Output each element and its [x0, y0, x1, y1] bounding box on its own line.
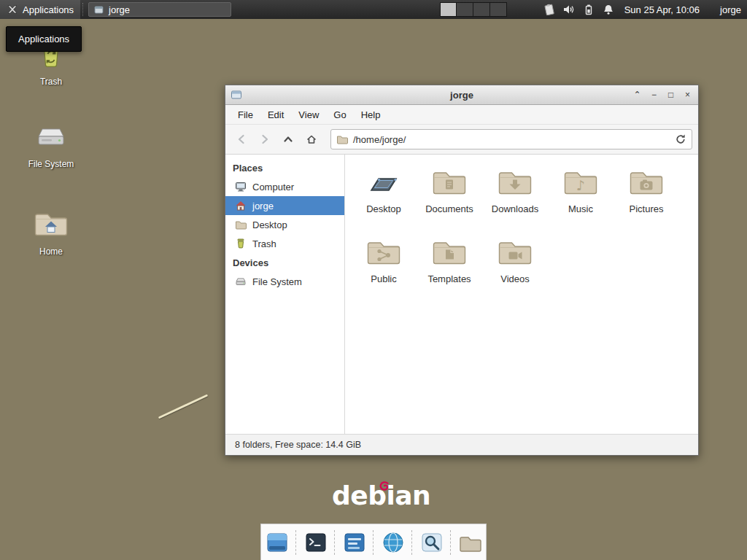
- taskbar-window-label: jorge: [109, 4, 130, 15]
- file-downloads[interactable]: Downloads: [482, 165, 548, 235]
- folder-icon: [336, 133, 348, 145]
- dock-app-finder-button[interactable]: [416, 527, 447, 558]
- file-label: Public: [371, 273, 396, 284]
- volume-tray-button[interactable]: [562, 2, 576, 17]
- menubar: File Edit View Go Help: [225, 105, 698, 125]
- maximize-button[interactable]: □: [665, 89, 676, 101]
- panel-user-label[interactable]: jorge: [720, 4, 741, 15]
- sidebar-item-file-system[interactable]: File System: [225, 272, 344, 291]
- menu-view[interactable]: View: [291, 106, 326, 123]
- close-button[interactable]: ×: [682, 89, 693, 101]
- toolbar: /home/jorge/: [225, 125, 698, 155]
- sidebar-item-computer[interactable]: Computer: [225, 177, 344, 196]
- wallpaper-pencil: [158, 394, 208, 419]
- file-label: Templates: [427, 273, 471, 284]
- menu-help[interactable]: Help: [354, 106, 388, 123]
- file-label: Desktop: [366, 203, 401, 214]
- applications-menu-icon: [7, 4, 18, 15]
- file-label: Videos: [500, 273, 530, 284]
- notifications-tray-button[interactable]: [601, 2, 616, 17]
- globe-icon: [382, 531, 405, 554]
- file-label: Downloads: [492, 203, 538, 214]
- dock-separator: [373, 530, 374, 555]
- menu-edit[interactable]: Edit: [260, 106, 291, 123]
- dock-terminal-button[interactable]: [300, 527, 331, 558]
- forward-button[interactable]: [255, 129, 275, 149]
- svg-text:♪: ♪: [576, 177, 585, 193]
- workspace-1[interactable]: [441, 3, 457, 16]
- computer-icon: [235, 181, 247, 192]
- hard-drive-icon: [34, 119, 69, 154]
- bell-icon: [603, 4, 614, 15]
- up-button[interactable]: [278, 129, 298, 149]
- file-list: Desktop Documents Downloads: [345, 155, 698, 434]
- speaker-icon: [562, 4, 576, 15]
- clipboard-tray-button[interactable]: [542, 2, 557, 17]
- sidebar-item-label: File System: [252, 276, 302, 287]
- statusbar-text: 8 folders, Free space: 14.4 GiB: [235, 440, 361, 450]
- dock-web-browser-button[interactable]: [377, 527, 409, 558]
- file-videos[interactable]: Videos: [482, 235, 548, 305]
- places-header: Places: [225, 158, 344, 177]
- shade-button[interactable]: ⌃: [632, 89, 643, 101]
- applications-menu-button[interactable]: Applications: [0, 0, 80, 19]
- blue-window-icon: [266, 531, 289, 554]
- documents-folder-icon: [432, 165, 467, 200]
- statusbar: 8 folders, Free space: 14.4 GiB: [225, 434, 698, 455]
- workspace-3[interactable]: [473, 3, 490, 16]
- home-icon: [306, 133, 317, 145]
- file-music[interactable]: ♪ Music: [548, 165, 614, 235]
- sidebar-item-label: jorge: [252, 201, 274, 211]
- arrow-up-icon: [282, 133, 294, 145]
- terminal-icon: [304, 531, 328, 554]
- titlebar[interactable]: jorge ⌃ − □ ×: [225, 85, 698, 105]
- sidebar-item-desktop[interactable]: Desktop: [225, 215, 344, 234]
- file-pictures[interactable]: Pictures: [614, 165, 679, 235]
- menu-go[interactable]: Go: [326, 106, 353, 123]
- dock-separator: [411, 530, 413, 555]
- workspace-2[interactable]: [457, 3, 473, 16]
- arrow-left-icon: [236, 133, 247, 145]
- file-desktop[interactable]: Desktop: [351, 165, 417, 235]
- templates-folder-icon: [432, 235, 467, 270]
- home-button[interactable]: [301, 129, 322, 149]
- magnifier-icon: [420, 531, 444, 554]
- reload-icon[interactable]: [675, 133, 686, 145]
- clock[interactable]: Sun 25 Apr, 10:06: [624, 4, 700, 15]
- desktop-icon-home[interactable]: Home: [18, 206, 85, 257]
- menu-file[interactable]: File: [231, 106, 260, 123]
- battery-tray-button[interactable]: [581, 2, 596, 17]
- sidebar: Places Computer jorge: [225, 155, 345, 434]
- file-label: Documents: [425, 203, 473, 214]
- file-public[interactable]: Public: [351, 235, 417, 305]
- dock-desktop-window-button[interactable]: [261, 527, 293, 558]
- music-folder-icon: ♪: [563, 165, 598, 200]
- file-documents[interactable]: Documents: [417, 165, 482, 235]
- back-button[interactable]: [231, 129, 252, 149]
- sidebar-item-jorge[interactable]: jorge: [225, 196, 344, 215]
- path-entry[interactable]: /home/jorge/: [330, 129, 692, 149]
- devices-header: Devices: [225, 253, 344, 272]
- window-controls: ⌃ − □ ×: [632, 89, 693, 101]
- sidebar-item-trash[interactable]: Trash: [225, 234, 344, 253]
- clipboard-icon: [543, 4, 556, 15]
- arrow-right-icon: [259, 133, 271, 145]
- dock-text-editor-button[interactable]: [338, 527, 370, 558]
- videos-folder-icon: [498, 235, 533, 270]
- public-folder-icon: [366, 235, 401, 270]
- panel-separator: [82, 3, 84, 16]
- desktop-icon-file-system[interactable]: File System: [18, 119, 85, 169]
- minimize-button[interactable]: −: [649, 89, 659, 101]
- taskbar-window-button[interactable]: jorge: [88, 2, 231, 17]
- dock-panel: [260, 524, 487, 560]
- workspace-4[interactable]: [490, 3, 506, 16]
- workspace-pager[interactable]: [440, 2, 507, 17]
- home-icon: [235, 200, 247, 211]
- path-text: /home/jorge/: [353, 134, 406, 145]
- window-title: jorge: [225, 90, 698, 101]
- dock-file-manager-button[interactable]: [454, 527, 486, 558]
- top-panel: Applications jorge: [0, 0, 747, 19]
- hard-drive-icon: [235, 276, 247, 287]
- desktop-icon-label: File System: [28, 159, 74, 169]
- file-templates[interactable]: Templates: [417, 235, 482, 305]
